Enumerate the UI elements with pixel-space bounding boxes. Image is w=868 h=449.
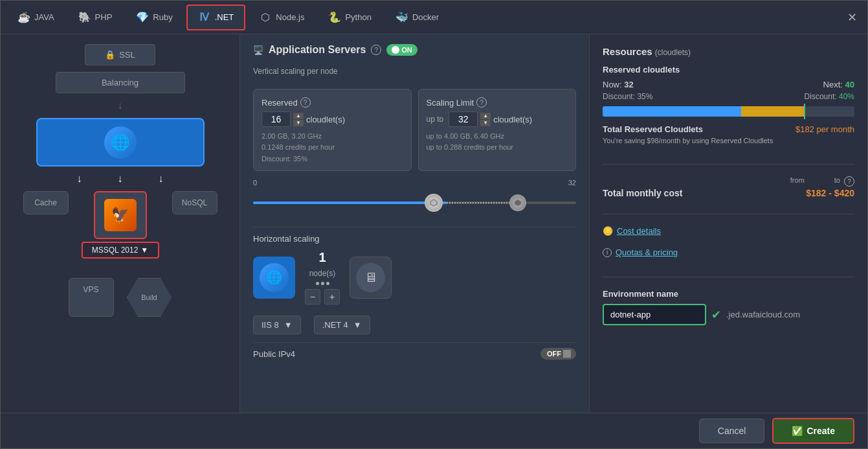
monthly-cost-label: Total monthly cost <box>603 188 682 198</box>
dot3 <box>326 282 329 285</box>
reserved-info: 2.00 GB, 3.20 GHz 0.1248 credits per hou… <box>262 131 403 152</box>
quotas-row: i Quotas & pricing <box>603 248 854 257</box>
node-count-label: node(s) <box>309 269 336 278</box>
toggle-off-dot <box>563 350 571 358</box>
scaling-value[interactable]: 32 <box>449 111 478 127</box>
progress-yellow <box>741 106 804 117</box>
reserved-up[interactable]: ▲ <box>293 113 304 119</box>
arrow-down-1: ↓ <box>118 100 123 111</box>
nosql-node[interactable]: NoSQL <box>172 191 217 214</box>
h-server-gray-icon: 🖥 <box>356 263 385 292</box>
bottom-dropdowns: IIS 8 ▼ .NET 4 ▼ <box>253 316 576 334</box>
reserved-value[interactable]: 16 <box>262 111 291 127</box>
slider-thumb-limit[interactable] <box>509 194 526 211</box>
ipv4-toggle[interactable]: OFF <box>540 348 576 360</box>
tab-python-label: Python <box>345 12 371 22</box>
tab-ruby[interactable]: 💎 Ruby <box>126 5 183 30</box>
reserved-spinners: ▲ ▼ <box>293 113 304 126</box>
h-node-icon[interactable]: 🌐 <box>253 257 295 299</box>
cost-details-link[interactable]: Cost details <box>617 226 661 236</box>
scaling-up[interactable]: ▲ <box>480 113 491 119</box>
slider-track <box>253 201 576 204</box>
create-button[interactable]: ✅ Create <box>772 418 854 444</box>
toggle-label: ON <box>401 46 412 54</box>
tab-docker[interactable]: 🐳 Docker <box>385 5 449 30</box>
progress-blue <box>603 106 741 117</box>
python-icon: 🐍 <box>328 11 341 24</box>
reserved-down[interactable]: ▼ <box>293 120 304 126</box>
left-panel: 🔒 SSL Balancing ↓ 🌐 ↓ ↓ ↓ Cache <box>1 34 240 413</box>
reserved-help[interactable]: ? <box>300 97 311 108</box>
ipv4-toggle-label: OFF <box>547 350 561 358</box>
tab-php[interactable]: 🐘 PHP <box>68 5 123 30</box>
progress-marker <box>804 104 805 119</box>
decrease-button[interactable]: − <box>305 289 320 305</box>
mssql-node[interactable]: 🦅 <box>94 191 147 239</box>
cache-label: Cache <box>34 198 57 207</box>
cost-help[interactable]: ? <box>844 176 854 187</box>
tab-dotnet[interactable]: Ⅳ .NET <box>186 5 246 30</box>
balancing-button[interactable]: Balancing <box>56 72 185 93</box>
total-cloudlets-row: Total Reserved Cloudlets $182 per month <box>603 124 854 134</box>
create-label: Create <box>807 426 835 436</box>
h-node-add[interactable]: 🖥 <box>350 257 392 299</box>
ssl-button[interactable]: 🔒 SSL <box>85 44 155 65</box>
node-dots <box>316 282 329 285</box>
quotas-info-icon[interactable]: i <box>603 248 612 257</box>
vps-node[interactable]: VPS <box>69 278 114 317</box>
discount-now: Discount: 35% <box>603 92 652 101</box>
tab-python[interactable]: 🐍 Python <box>318 5 381 30</box>
env-name-input[interactable] <box>603 304 706 325</box>
ipv4-label: Public IPv4 <box>253 349 295 359</box>
now-value: 32 <box>624 80 633 89</box>
middle-panel: 🖥️ Application Servers ? ON Vertical sca… <box>240 34 589 413</box>
arrows-row: ↓ ↓ ↓ <box>77 173 164 185</box>
close-button[interactable]: ✕ <box>844 10 860 25</box>
cancel-button[interactable]: Cancel <box>699 419 765 443</box>
from-label: from <box>790 176 805 187</box>
slider-thumb-reserved[interactable] <box>425 194 443 212</box>
net-dropdown[interactable]: .NET 4 ▼ <box>314 316 370 334</box>
server-node[interactable]: 🌐 <box>36 118 205 167</box>
build-node[interactable]: Build <box>127 278 172 317</box>
divider-2 <box>603 214 854 214</box>
scaling-info: up to 4.00 GB, 6.40 GHz up to 0.288 cred… <box>427 131 568 152</box>
balancing-label: Balancing <box>102 78 139 87</box>
monthly-cost-section: from to ? Total monthly cost $182 - $420 <box>603 176 854 202</box>
increase-button[interactable]: + <box>324 289 340 305</box>
saving-text: You're saving $98/month by using Reserve… <box>603 137 854 144</box>
ssl-label: SSL <box>119 50 135 60</box>
iis-dropdown[interactable]: IIS 8 ▼ <box>253 316 301 334</box>
java-icon: ☕ <box>17 11 30 24</box>
h-server-icon: 🌐 <box>260 263 289 292</box>
tab-java[interactable]: ☕ JAVA <box>7 5 65 30</box>
reserved-label: Reserved <box>262 98 298 108</box>
to-label: to <box>834 176 840 187</box>
nodejs-icon: ⬡ <box>259 11 272 24</box>
scaling-down[interactable]: ▼ <box>480 120 491 126</box>
domain-suffix: .jed.wafaicloud.com <box>726 310 800 319</box>
arrow-center: ↓ <box>118 173 123 185</box>
app-servers-title: Application Servers <box>269 44 366 56</box>
tab-nodejs-label: Node.js <box>276 12 304 22</box>
app-servers-help[interactable]: ? <box>371 45 381 55</box>
main-window: ☕ JAVA 🐘 PHP 💎 Ruby Ⅳ .NET ⬡ Node.js 🐍 P… <box>0 0 868 449</box>
tab-nodejs[interactable]: ⬡ Node.js <box>249 5 315 30</box>
scaling-help[interactable]: ? <box>476 97 487 108</box>
app-servers-icon: 🖥️ <box>253 45 263 55</box>
cache-node[interactable]: Cache <box>23 191 69 214</box>
reserved-info1: 2.00 GB, 3.20 GHz <box>262 131 403 142</box>
dot2 <box>321 282 324 285</box>
ruby-icon: 💎 <box>136 11 149 24</box>
slider-container[interactable] <box>253 190 576 216</box>
scaling-up-label: up to <box>427 115 444 124</box>
toggle-dot <box>392 46 399 54</box>
build-label: Build <box>141 294 157 301</box>
mssql-label[interactable]: MSSQL 2012 ▼ <box>82 242 159 259</box>
quotas-link[interactable]: Quotas & pricing <box>616 248 678 257</box>
create-check-icon: ✅ <box>792 426 803 436</box>
mssql-dropdown-icon: ▼ <box>140 246 148 255</box>
node-count-section: 1 node(s) − + <box>305 250 340 305</box>
app-servers-toggle[interactable]: ON <box>386 44 417 56</box>
scaling-info2: up to 0.288 credits per hour <box>427 142 568 153</box>
